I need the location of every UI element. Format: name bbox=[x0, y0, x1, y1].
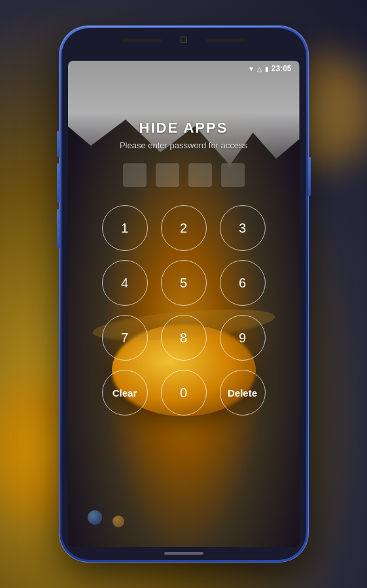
power-button bbox=[308, 157, 311, 196]
key-1[interactable]: 1 bbox=[102, 205, 148, 251]
speaker-left bbox=[122, 39, 162, 42]
keypad-row-3: 7 8 9 bbox=[102, 315, 266, 361]
pin-dots bbox=[123, 163, 245, 187]
wifi-icon: ▼ bbox=[248, 65, 254, 73]
pin-dot-4 bbox=[221, 163, 245, 187]
clear-button[interactable]: Clear bbox=[102, 370, 148, 416]
phone-screen: ▼ △ ▮ 23:05 HIDE APPS Please enter passw… bbox=[68, 61, 300, 547]
app-title: HIDE APPS bbox=[139, 120, 228, 137]
home-bar bbox=[164, 552, 203, 555]
delete-button[interactable]: Delete bbox=[220, 370, 266, 416]
status-bar: ▼ △ ▮ 23:05 bbox=[68, 61, 300, 76]
speaker-right bbox=[206, 39, 245, 42]
keypad: 1 2 3 4 5 6 7 8 9 bbox=[102, 205, 266, 416]
camera-button bbox=[57, 209, 60, 248]
key-5[interactable]: 5 bbox=[161, 260, 207, 306]
volume-up-button bbox=[57, 131, 60, 157]
key-2[interactable]: 2 bbox=[161, 205, 207, 251]
app-subtitle: Please enter password for access bbox=[120, 140, 247, 150]
keypad-row-2: 4 5 6 bbox=[102, 260, 266, 306]
key-7[interactable]: 7 bbox=[102, 315, 148, 361]
key-9[interactable]: 9 bbox=[220, 315, 266, 361]
battery-icon: ▮ bbox=[265, 65, 269, 73]
pin-dot-2 bbox=[156, 163, 179, 187]
keypad-row-4: Clear 0 Delete bbox=[102, 370, 266, 416]
key-3[interactable]: 3 bbox=[220, 205, 266, 251]
volume-down-button bbox=[57, 163, 60, 203]
key-6[interactable]: 6 bbox=[220, 260, 266, 306]
phone-frame: ▼ △ ▮ 23:05 HIDE APPS Please enter passw… bbox=[60, 26, 308, 562]
key-8[interactable]: 8 bbox=[161, 315, 207, 361]
keypad-row-1: 1 2 3 bbox=[102, 205, 266, 251]
key-0[interactable]: 0 bbox=[161, 370, 207, 416]
status-time: 23:05 bbox=[271, 64, 292, 73]
front-camera bbox=[181, 37, 186, 42]
status-icons: ▼ △ ▮ 23:05 bbox=[248, 64, 292, 73]
pin-dot-1 bbox=[123, 163, 147, 187]
pin-dot-3 bbox=[188, 163, 212, 187]
key-4[interactable]: 4 bbox=[102, 260, 148, 306]
screen-content: HIDE APPS Please enter password for acce… bbox=[68, 61, 300, 547]
phone-inner: ▼ △ ▮ 23:05 HIDE APPS Please enter passw… bbox=[61, 28, 306, 560]
signal-icon: △ bbox=[257, 65, 262, 73]
